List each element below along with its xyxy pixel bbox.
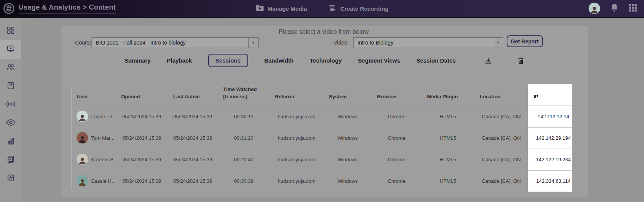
tab-playback[interactable]: Playback (167, 57, 192, 64)
sidebar-item-visibility[interactable] (0, 114, 21, 132)
sidebar-item-dashboard[interactable] (0, 22, 21, 40)
user-name: Kareem S... (91, 157, 118, 162)
profile-avatar[interactable] (589, 3, 600, 14)
table-row[interactable]: Laurie Th... 05/24/2024 15:39 05/24/2024… (72, 106, 579, 127)
table-row[interactable]: Kareem S... 05/24/2024 15:39 05/24/2024 … (72, 149, 579, 170)
sidebar-item-media[interactable] (0, 40, 21, 59)
courses-book-icon (7, 81, 15, 91)
topbar-right (589, 3, 637, 14)
cell-media-plugin: HTML5 (422, 170, 474, 192)
cell-opened: 05/24/2024 15:39 (116, 106, 168, 127)
notifications-bell-icon[interactable] (610, 3, 619, 14)
table-row[interactable]: Cassie H... 05/24/2024 15:39 05/24/2024 … (72, 170, 579, 192)
cell-system: Windows (324, 149, 372, 170)
manage-media-button[interactable]: Manage Media (255, 4, 307, 13)
sidebar-item-courses[interactable] (0, 77, 21, 96)
course-label: Course: (75, 40, 94, 46)
cell-time-watched: 00:31:20 (218, 127, 270, 149)
cell-location: Canada [CA], ON (474, 127, 528, 149)
create-recording-label: Create Recording (340, 5, 389, 12)
cell-system: Windows (324, 127, 372, 149)
cell-opened: 05/24/2024 15:39 (116, 149, 168, 170)
cell-system: Windows (324, 170, 372, 192)
tab-session-dates[interactable]: Session Dates (416, 57, 456, 64)
cell-ip: 142.142.29.194 (528, 127, 579, 149)
users-icon (6, 63, 15, 73)
gradebook-a-plus-icon (7, 174, 15, 184)
video-label: Video: (334, 40, 349, 46)
download-icon[interactable] (484, 57, 492, 65)
cell-referrer: hudson.yuja.com (270, 127, 324, 149)
media-library-icon (6, 45, 15, 55)
screen: Usage & Analytics > Content Manage Media (0, 0, 644, 202)
trash-icon[interactable] (517, 57, 524, 65)
cell-referrer: hudson.yuja.com (270, 170, 324, 192)
report-tabs: Summary Playback Sessions Bandwidth Tech… (61, 54, 588, 67)
cell-media-plugin: HTML5 (422, 106, 474, 127)
dashboard-icon (7, 26, 15, 36)
cell-location: Canada [CA], ON (474, 106, 528, 127)
column-header-ip: IP (528, 86, 579, 106)
column-header-browser: Browser (372, 86, 422, 106)
course-select[interactable]: BIO 1001 - Fall 2024 - Intro to biology … (92, 37, 259, 48)
sidebar (0, 18, 21, 202)
tab-segment-views[interactable]: Segment Views (358, 57, 400, 64)
app-grid-icon[interactable] (629, 3, 637, 13)
cell-media-plugin: HTML5 (422, 149, 474, 170)
analytics-chart-icon (7, 137, 15, 147)
cell-referrer: hudson.yuja.com (270, 149, 324, 170)
cell-ip: 142.122.19.234 (528, 149, 579, 170)
cell-location: Canada [CA], ON (474, 170, 528, 192)
tab-technology[interactable]: Technology (310, 57, 342, 64)
column-header-user: User (72, 86, 116, 106)
cell-time-watched: 00:30:12 (218, 106, 270, 127)
cell-location: Canada [CA], ON (474, 149, 528, 170)
cell-ip: 142.112.12.14 (528, 106, 579, 127)
select-video-message: Please select a video from below. (61, 28, 588, 35)
yuja-logo-icon[interactable] (3, 3, 15, 14)
sessions-table: User Opened Last Active Time Watched [h:… (71, 86, 579, 192)
sidebar-item-analytics[interactable] (0, 132, 21, 151)
recording-camera-icon (327, 3, 337, 14)
sidebar-item-users[interactable] (0, 59, 21, 77)
sidebar-item-gradebook[interactable] (0, 169, 21, 188)
cell-last-active: 05/24/2024 15:39 (168, 170, 218, 192)
create-recording-button[interactable]: Create Recording (327, 3, 389, 14)
course-select-value: BIO 1001 - Fall 2024 - Intro to biology (92, 38, 248, 48)
table-header-row: User Opened Last Active Time Watched [h:… (72, 86, 579, 106)
tab-summary[interactable]: Summary (124, 57, 150, 64)
cell-browser: Chrome (372, 170, 422, 192)
sidebar-item-live-stream[interactable] (0, 96, 21, 114)
cell-last-active: 05/24/2024 15:39 (168, 106, 218, 127)
cell-browser: Chrome (372, 149, 422, 170)
cell-last-active: 05/24/2024 15:39 (168, 127, 218, 149)
cell-browser: Chrome (372, 127, 422, 149)
cell-referrer: hudson.yuja.com (270, 106, 324, 127)
video-select[interactable]: Intro to Biology ▼ (353, 37, 503, 48)
get-report-button[interactable]: Get Report (507, 35, 543, 47)
cell-opened: 05/24/2024 15:39 (116, 127, 168, 149)
cell-time-watched: 00:20:40 (218, 149, 270, 170)
column-header-opened: Opened (116, 86, 168, 106)
tab-sessions[interactable]: Sessions (208, 54, 248, 67)
tab-bandwidth[interactable]: Bandwidth (264, 57, 294, 64)
user-name: Laurie Th... (91, 114, 117, 119)
column-header-media-plugin: Media Plugin (422, 86, 474, 106)
cell-system: Windows (324, 106, 372, 127)
table-row[interactable]: Tom Mar... 05/24/2024 15:39 05/24/2024 1… (72, 127, 579, 149)
documents-icon (7, 155, 15, 165)
cell-last-active: 05/24/2024 15:39 (168, 149, 218, 170)
visibility-eye-icon (6, 118, 16, 128)
user-avatar (77, 175, 88, 187)
breadcrumb[interactable]: Usage & Analytics > Content (18, 3, 116, 13)
topbar-actions: Manage Media Create Recording (245, 3, 399, 14)
cell-opened: 05/24/2024 15:39 (116, 170, 168, 192)
folder-play-icon (255, 4, 264, 13)
column-header-system: System (324, 86, 372, 106)
live-stream-icon (6, 100, 16, 110)
cell-ip: 142.334.63.114 (528, 170, 579, 192)
sidebar-item-documents[interactable] (0, 151, 21, 169)
user-name: Cassie H... (91, 178, 116, 184)
chevron-down-icon: ▼ (493, 38, 503, 48)
manage-media-label: Manage Media (267, 5, 307, 12)
